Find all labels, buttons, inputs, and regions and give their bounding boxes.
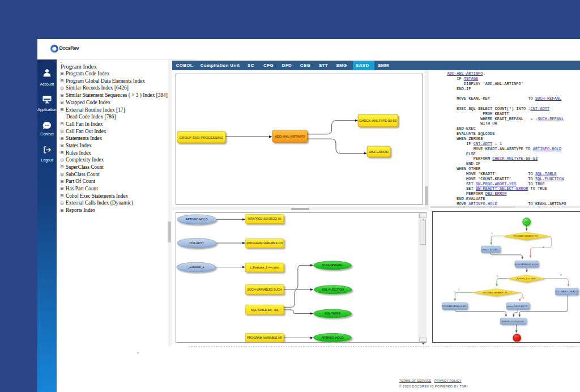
svg-text:WRAPPED-SOURCE( &lt: WRAPPED-SOURCE( &lt <box>248 217 282 220</box>
svg-text:F: F <box>561 274 562 276</box>
svg-text:(PROGRAM-VARIABLE CN: (PROGRAM-VARIABLE CN <box>246 241 283 245</box>
svg-text:SUCH-REFANL: SUCH-REFANL <box>322 263 343 267</box>
svg-text:SQL-TABLE &lt;- \&q: SQL-TABLE &lt;- \&q <box>251 308 278 311</box>
svg-text:T: T <box>491 232 493 235</box>
svg-text:_Evaluate_1 == cobol...: _Evaluate_1 == cobol... <box>515 278 537 280</box>
svg-text:WRAPPED-SOURCE( <del...: WRAPPED-SOURCE( <del... <box>502 321 526 323</box>
svg-text:PROGRAM-VARIABLE ART...: PROGRAM-VARIABLE ART... <box>442 305 468 308</box>
svg-text:PROGRAM-VARIABLE AR: PROGRAM-VARIABLE AR <box>247 336 282 339</box>
svg-text:PROGRAM-VARIABLE TST...: PROGRAM-VARIABLE TST... <box>513 235 539 237</box>
svg-text:CHECK-ANLTYPE-50-53: CHECK-ANLTYPE-50-53 <box>359 120 397 123</box>
svg-text:SQL-TABLE: SQL-TABLE <box>325 312 341 315</box>
svg-text:T: T <box>497 275 498 278</box>
svg-text:F: F <box>523 297 524 300</box>
svg-text:ARTINFO-HOLD: ARTINFO-HOLD <box>186 218 208 221</box>
svg-text:start: start <box>525 221 528 223</box>
svg-text:SQL-FUNCTION: SQL-FUNCTION <box>322 288 344 291</box>
svg-text:stdout <- "ADD-ANL...: stdout <- "ADD-ANL... <box>482 249 500 251</box>
svg-text:GROUP-END-PROCESSING: GROUP-END-PROCESSING <box>180 136 224 139</box>
svg-text:end: end <box>515 337 519 339</box>
svg-text:DB2-ERROR: DB2-ERROR <box>369 151 389 154</box>
svg-text:SQL-TABLE <- "KEADTT: SQL-TABLE <- "KEADTT <box>556 291 578 293</box>
svg-text:(_Evaluate_1 == cobo: (_Evaluate_1 == cobo <box>250 266 279 269</box>
svg-text:perform CHECK-ANLTYP...: perform CHECK-ANLTYP... <box>507 305 529 308</box>
svg-text:PROGRAM-VARIABLE CNT...: PROGRAM-VARIABLE CNT... <box>483 292 510 294</box>
svg-text:_Evaluate_1: _Evaluate_1 <box>187 265 204 269</box>
svg-text:SUCH-VARIABLES SUCH: SUCH-VARIABLES SUCH <box>248 288 282 291</box>
svg-text:T: T <box>458 288 460 291</box>
svg-text:ARTINFO-HOLD: ARTINFO-HOLD <box>322 335 344 339</box>
svg-text:F: F <box>543 246 544 249</box>
svg-text:ADD-ANL-ARTINFO: ADD-ANL-ARTINFO <box>275 135 305 138</box>
svg-text:SUCH-VARIABLES SUCH...: SUCH-VARIABLES SUCH... <box>514 263 539 266</box>
svg-text:CNT-ADTT: CNT-ADTT <box>189 241 204 244</box>
